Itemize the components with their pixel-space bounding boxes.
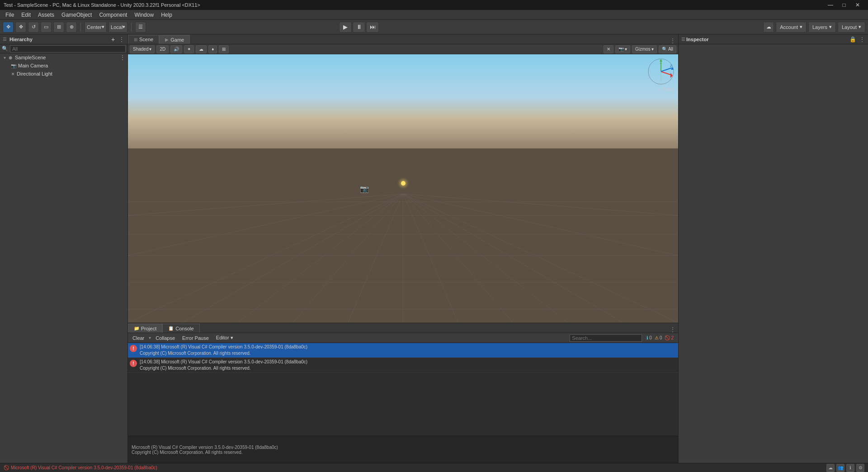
menu-file[interactable]: File (2, 11, 18, 19)
account-dropdown[interactable]: Account ▾ (776, 22, 807, 33)
inspector-options-icon[interactable]: ⋮ (859, 36, 865, 43)
error-count: 2 (671, 335, 674, 340)
hierarchy-options-icon[interactable]: ⋮ (118, 36, 125, 43)
svg-line-10 (348, 194, 403, 323)
local-toggle[interactable]: Local ▾ (108, 22, 127, 33)
inspector-lock-icon[interactable]: 🔒 (849, 36, 856, 43)
menu-assets[interactable]: Assets (34, 11, 58, 19)
tool-rect[interactable]: ⊞ (53, 22, 64, 33)
svg-line-8 (238, 194, 403, 323)
tab-console[interactable]: 📋 Console (162, 324, 199, 333)
scene-icon: ⊕ (9, 55, 12, 60)
cloud-button[interactable]: ☁ (763, 22, 774, 33)
status-settings-icon[interactable]: ⚙ (856, 464, 864, 472)
tool-move[interactable]: ✥ (15, 22, 26, 33)
clear-button[interactable]: Clear (130, 334, 147, 342)
console-tab-label: Console (175, 326, 193, 331)
console-row-1[interactable]: ! [14:06:38] Microsoft (R) Visual C# Com… (128, 343, 678, 358)
status-error-text: Microsoft (R) Visual C# Compiler version… (11, 465, 157, 470)
scene-audio-btn[interactable]: 🔊 (170, 45, 182, 53)
tab-project[interactable]: 📁 Project (128, 324, 162, 333)
pause-button[interactable]: ⏸ (353, 22, 365, 33)
menu-window[interactable]: Window (131, 11, 157, 19)
camera-icon: 📷 (11, 63, 16, 68)
scene-viewport[interactable]: .gl{stroke:#888;stroke-width:0.5;fill:no… (128, 54, 678, 323)
scene-tab-label: Scene (139, 37, 153, 42)
editor-button[interactable]: Editor ▾ (213, 334, 236, 342)
status-info-icon[interactable]: ℹ (846, 464, 854, 472)
scene-grid-btn[interactable]: ⊞ (219, 45, 229, 53)
scene-x-btn[interactable]: ✕ (604, 45, 613, 53)
menu-gameobject[interactable]: GameObject (58, 11, 95, 19)
scene-animate-btn[interactable]: ♦ (208, 45, 217, 53)
collapse-button[interactable]: Collapse (153, 334, 178, 342)
hierarchy-actions: + ⋮ (109, 36, 125, 43)
scene-sky-btn[interactable]: ☁ (196, 45, 207, 53)
mode-2d-button[interactable]: 2D (156, 45, 169, 53)
error-icon-1: ! (130, 345, 137, 352)
menu-bar: File Edit Assets GameObject Component Wi… (0, 10, 868, 20)
scene-all-dropdown[interactable]: 🔍 All (659, 45, 676, 53)
tool-rotate[interactable]: ↺ (28, 22, 39, 33)
minimize-button[interactable]: — (824, 0, 837, 10)
svg-line-20 (403, 194, 679, 255)
console-tab-menu-icon[interactable]: ⋮ (670, 326, 675, 333)
console-tab-icon: 📋 (168, 326, 174, 331)
console-row-2[interactable]: ! [14:06:38] Microsoft (R) Visual C# Com… (128, 358, 678, 373)
svg-text:Y: Y (660, 62, 662, 66)
console-toolbar: Clear ▾ Collapse Error Pause Editor ▾ ℹ … (128, 333, 678, 343)
error-pause-button[interactable]: Error Pause (179, 334, 212, 342)
menu-component[interactable]: Component (95, 11, 131, 19)
gizmos-dropdown[interactable]: Gizmos ▾ (632, 45, 657, 53)
hierarchy-item-main-camera[interactable]: 📷 Main Camera (0, 62, 127, 70)
console-tab-controls: ⋮ (670, 326, 678, 333)
menu-help[interactable]: Help (157, 11, 176, 19)
menu-edit[interactable]: Edit (18, 11, 34, 19)
shaded-dropdown[interactable]: Shaded ▾ (130, 45, 155, 53)
tool-hand[interactable]: ✥ (3, 22, 14, 33)
play-button[interactable]: ▶ (339, 22, 352, 33)
camera-item-label: Main Camera (18, 63, 48, 68)
scene-fx-btn[interactable]: ✦ (184, 45, 194, 53)
scene-menu-icon[interactable]: ⋮ (118, 54, 127, 61)
close-button[interactable]: ✕ (851, 0, 864, 10)
tab-scene[interactable]: ⊞ Scene (128, 35, 159, 44)
hierarchy-add-button[interactable]: + (109, 36, 117, 43)
inspector-header: ☰ Inspector 🔒 ⋮ (679, 34, 868, 44)
tool-transform[interactable]: ⊕ (66, 22, 77, 33)
title-bar: Test - SampleScene - PC, Mac & Linux Sta… (0, 0, 868, 10)
hierarchy-item-directional-light[interactable]: ☀ Directional Light (0, 70, 127, 78)
hierarchy-panel: ☰ Hierarchy + ⋮ 🔍 ▾ ⊕ SampleScene ⋮ 📷 Ma… (0, 34, 128, 463)
console-search-input[interactable] (570, 334, 642, 342)
clear-dropdown-arrow[interactable]: ▾ (149, 335, 151, 340)
console-detail-line2: Copyright (C) Microsoft Corporation. All… (132, 450, 675, 455)
status-bar: 🚫 Microsoft (R) Visual C# Compiler versi… (0, 463, 868, 472)
extra-btn[interactable]: ☰ (135, 22, 146, 33)
console-tabs: 📁 Project 📋 Console ⋮ (128, 323, 678, 333)
hierarchy-scene-item[interactable]: ▾ ⊕ SampleScene ⋮ (0, 53, 127, 62)
error-icon-2: ! (130, 360, 137, 367)
svg-text:X: X (670, 74, 673, 78)
warn-badge: ⚠ 0 (655, 335, 662, 340)
status-error: 🚫 Microsoft (R) Visual C# Compiler versi… (4, 465, 157, 470)
maximize-button[interactable]: □ (837, 0, 851, 10)
light-icon: ☀ (11, 72, 15, 76)
hierarchy-header: ☰ Hierarchy + ⋮ (0, 34, 127, 44)
status-cloud-icon[interactable]: ☁ (826, 464, 835, 472)
layers-dropdown[interactable]: Layers ▾ (808, 22, 836, 33)
tab-game[interactable]: ▶ Game (159, 35, 190, 44)
hierarchy-list: ▾ ⊕ SampleScene ⋮ 📷 Main Camera ☀ Direct… (0, 53, 127, 78)
pivot-toggle[interactable]: Center ▾ (85, 22, 107, 33)
tool-scale[interactable]: ▭ (41, 22, 52, 33)
svg-line-6 (128, 194, 403, 323)
step-button[interactable]: ⏭ (366, 22, 379, 33)
layout-dropdown[interactable]: Layout ▾ (838, 22, 865, 33)
scene-tab-menu-icon[interactable]: ⋮ (670, 38, 675, 44)
hierarchy-search-input[interactable] (10, 45, 126, 52)
status-collab-icon[interactable]: 👥 (836, 464, 844, 472)
scene-tab-icon: ⊞ (134, 37, 137, 42)
scene-toolbar: Shaded ▾ 2D 🔊 ✦ ☁ ♦ ⊞ ✕ 📷 ▾ Gizmos ▾ (128, 44, 678, 54)
separator-1 (80, 23, 81, 32)
scene-view-mode-dropdown[interactable]: 📷 ▾ (615, 45, 630, 53)
scene-tabs: ⊞ Scene ▶ Game ⋮ (128, 34, 678, 44)
